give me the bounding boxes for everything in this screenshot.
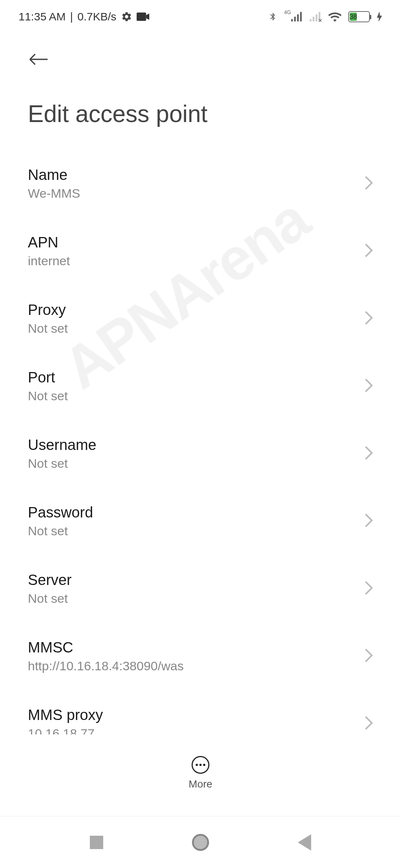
setting-label: Port [28, 369, 68, 386]
setting-value: 10.16.18.77 [28, 726, 103, 734]
setting-label: APN [28, 234, 70, 251]
triangle-icon [298, 834, 311, 851]
svg-rect-6 [313, 17, 314, 22]
svg-rect-0 [137, 13, 146, 21]
setting-value: We-MMS [28, 186, 80, 201]
circle-icon [192, 834, 209, 851]
square-icon [90, 836, 103, 849]
navigation-bar [0, 816, 401, 868]
svg-text:✕: ✕ [318, 17, 322, 22]
setting-value: Not set [28, 456, 97, 471]
nav-back-button[interactable] [295, 833, 314, 852]
svg-rect-2 [294, 17, 296, 22]
setting-label: Username [28, 437, 97, 453]
chevron-right-icon [364, 243, 373, 259]
battery-icon: 38 [348, 11, 370, 22]
setting-value: internet [28, 254, 70, 268]
charging-icon [376, 11, 382, 22]
nav-home-button[interactable] [191, 833, 210, 852]
more-button[interactable]: More [0, 756, 401, 790]
setting-label: Proxy [28, 302, 68, 318]
chevron-right-icon [364, 648, 373, 664]
setting-row-name[interactable]: Name We-MMS [28, 150, 373, 217]
setting-row-mms-proxy[interactable]: MMS proxy 10.16.18.77 [28, 690, 373, 734]
wifi-icon [328, 11, 342, 22]
setting-value: Not set [28, 591, 72, 606]
back-button[interactable] [28, 48, 50, 70]
setting-row-port[interactable]: Port Not set [28, 352, 373, 420]
chevron-right-icon [364, 445, 373, 462]
setting-row-mmsc[interactable]: MMSC http://10.16.18.4:38090/was [28, 622, 373, 690]
setting-value: http://10.16.18.4:38090/was [28, 659, 184, 673]
status-bar: 11:35 AM | 0.7KB/s 4G ✕ 38 [0, 0, 401, 33]
chevron-right-icon [364, 581, 373, 597]
setting-label: MMSC [28, 639, 184, 656]
svg-rect-4 [300, 12, 302, 22]
more-label: More [189, 778, 212, 790]
setting-value: Not set [28, 389, 68, 403]
chevron-right-icon [364, 378, 373, 394]
svg-rect-7 [316, 14, 317, 22]
setting-label: MMS proxy [28, 707, 103, 723]
svg-rect-1 [291, 19, 293, 21]
status-time: 11:35 AM [19, 10, 66, 23]
setting-row-server[interactable]: Server Not set [28, 555, 373, 622]
setting-label: Password [28, 504, 93, 521]
signal-icon-2: ✕ [310, 11, 322, 22]
setting-row-apn[interactable]: APN internet [28, 217, 373, 285]
chevron-right-icon [364, 513, 373, 529]
setting-row-password[interactable]: Password Not set [28, 487, 373, 555]
gear-icon [121, 11, 132, 22]
camera-icon [137, 12, 149, 21]
chevron-right-icon [364, 175, 373, 192]
settings-list: Name We-MMS APN internet Proxy Not set P… [0, 150, 401, 734]
setting-value: Not set [28, 524, 93, 538]
status-speed: 0.7KB/s [78, 10, 117, 23]
chevron-right-icon [364, 716, 373, 732]
svg-rect-3 [297, 14, 299, 22]
more-icon [192, 756, 209, 774]
svg-rect-5 [310, 19, 312, 21]
page-title: Edit access point [0, 78, 401, 150]
setting-label: Server [28, 572, 72, 588]
nav-recents-button[interactable] [87, 833, 106, 852]
setting-row-username[interactable]: Username Not set [28, 420, 373, 487]
setting-row-proxy[interactable]: Proxy Not set [28, 285, 373, 352]
setting-value: Not set [28, 321, 68, 336]
chevron-right-icon [364, 310, 373, 327]
setting-label: Name [28, 167, 80, 183]
status-separator: | [70, 10, 73, 23]
bluetooth-icon [268, 10, 277, 23]
signal-icon-1: 4G [284, 11, 303, 22]
